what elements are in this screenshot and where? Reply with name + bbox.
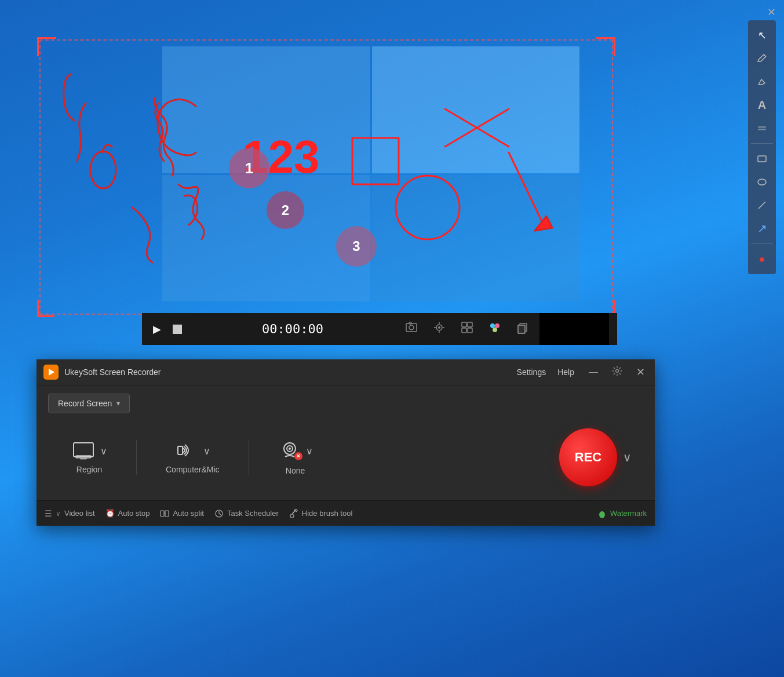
svg-point-14 bbox=[409, 325, 414, 330]
record-indicator-button[interactable]: ● bbox=[752, 249, 772, 270]
task-scheduler-label: Task Scheduler bbox=[227, 509, 279, 518]
title-controls: — ✕ bbox=[586, 365, 648, 380]
rec-button[interactable]: REC bbox=[559, 428, 617, 486]
hide-brush-icon bbox=[289, 509, 298, 518]
svg-rect-0 bbox=[758, 126, 766, 128]
bottom-bar: ☰ ∨ Video list ⏰ Auto stop Auto split Ta… bbox=[37, 500, 655, 526]
divider-2 bbox=[249, 440, 249, 475]
stop-button[interactable] bbox=[170, 322, 185, 337]
region-icon bbox=[71, 441, 96, 461]
record-type-arrow: ▾ bbox=[116, 399, 120, 407]
help-menu-item[interactable]: Help bbox=[557, 367, 574, 377]
stop-icon bbox=[173, 325, 182, 334]
watermark-icon bbox=[597, 509, 607, 518]
region-control[interactable]: ∨ Region bbox=[48, 435, 130, 480]
toolbar-separator-2 bbox=[751, 243, 773, 244]
annotation-toolbar: ↖ A ↗ ● bbox=[748, 20, 776, 274]
svg-rect-23 bbox=[468, 322, 472, 327]
webcam-label: None bbox=[286, 466, 305, 475]
arrow-tool-button[interactable]: ↗ bbox=[752, 218, 772, 239]
video-list-item[interactable]: ☰ ∨ Video list bbox=[45, 509, 95, 518]
text-tool-button[interactable]: A bbox=[752, 94, 772, 115]
svg-rect-37 bbox=[178, 446, 183, 454]
audio-label: Computer&Mic bbox=[166, 465, 220, 474]
task-scheduler-item[interactable]: Task Scheduler bbox=[214, 509, 279, 518]
svg-point-3 bbox=[758, 179, 766, 185]
svg-point-33 bbox=[616, 370, 619, 373]
play-button[interactable]: ▶ bbox=[150, 320, 164, 338]
svg-point-27 bbox=[495, 323, 499, 328]
audio-icon bbox=[174, 441, 199, 461]
audio-control[interactable]: ∨ Computer&Mic bbox=[143, 435, 243, 480]
rectangle-tool-button[interactable] bbox=[752, 148, 772, 169]
copy-button[interactable] bbox=[512, 318, 534, 340]
hide-brush-item[interactable]: Hide brush tool bbox=[289, 509, 352, 518]
svg-rect-25 bbox=[468, 328, 472, 333]
record-type-selector[interactable]: Record Screen ▾ bbox=[48, 394, 130, 413]
svg-point-26 bbox=[490, 323, 495, 328]
svg-rect-36 bbox=[80, 458, 87, 460]
watermark-item[interactable]: Watermark bbox=[597, 509, 647, 518]
app-window: UkeySoft Screen Recorder Settings Help —… bbox=[37, 359, 655, 526]
auto-split-label: Auto split bbox=[173, 509, 203, 518]
controls-row: ∨ Region ∨ Computer&Mic bbox=[48, 423, 643, 492]
marker-tool-button[interactable] bbox=[752, 118, 772, 139]
numbered-circle-2: 2 bbox=[267, 191, 304, 229]
line-tool-button[interactable] bbox=[752, 195, 772, 216]
webcam-icon-container: ✕ bbox=[278, 439, 301, 463]
title-bar: UkeySoft Screen Recorder Settings Help —… bbox=[37, 359, 655, 385]
svg-rect-13 bbox=[406, 323, 417, 332]
settings-icon-button[interactable] bbox=[609, 365, 625, 380]
playback-toolbar: ▶ 00:00:00 bbox=[142, 313, 617, 345]
region-record-button[interactable] bbox=[428, 318, 450, 340]
app-title: UkeySoft Screen Recorder bbox=[64, 367, 517, 377]
recording-region bbox=[39, 39, 613, 315]
title-menu: Settings Help bbox=[517, 367, 574, 377]
webcam-disabled-badge: ✕ bbox=[294, 452, 302, 460]
watermark-label: Watermark bbox=[610, 509, 647, 518]
video-list-label: Video list bbox=[64, 509, 95, 518]
svg-point-40 bbox=[289, 447, 291, 450]
timer-display: 00:00:00 bbox=[202, 322, 383, 336]
region-label: Region bbox=[76, 465, 102, 474]
auto-stop-label: Auto stop bbox=[118, 509, 150, 518]
region-dropdown-arrow: ∨ bbox=[100, 446, 107, 457]
color-button[interactable] bbox=[484, 318, 506, 340]
app-icon bbox=[43, 365, 59, 380]
task-scheduler-icon bbox=[214, 509, 224, 518]
rec-section: REC ∨ bbox=[559, 428, 643, 486]
auto-split-item[interactable]: Auto split bbox=[160, 509, 203, 518]
record-type-label: Record Screen bbox=[58, 399, 112, 408]
svg-line-46 bbox=[219, 514, 221, 515]
svg-rect-2 bbox=[758, 156, 766, 162]
ellipse-tool-button[interactable] bbox=[752, 172, 772, 192]
svg-rect-42 bbox=[165, 511, 169, 516]
svg-rect-34 bbox=[74, 443, 93, 457]
svg-line-4 bbox=[759, 202, 765, 209]
numbered-circle-1: 1 bbox=[229, 148, 269, 188]
close-button[interactable]: ✕ bbox=[633, 365, 648, 380]
region-corner-bl bbox=[37, 300, 54, 317]
layout-button[interactable] bbox=[456, 318, 478, 340]
minimize-button[interactable]: — bbox=[586, 366, 601, 378]
cursor-tool-button[interactable]: ↖ bbox=[752, 25, 772, 46]
rec-dropdown-button[interactable]: ∨ bbox=[623, 450, 632, 464]
screen-close-button[interactable]: ✕ bbox=[767, 6, 776, 19]
settings-menu-item[interactable]: Settings bbox=[517, 367, 546, 377]
svg-rect-30 bbox=[518, 325, 525, 333]
auto-split-icon bbox=[160, 509, 169, 518]
svg-point-47 bbox=[290, 514, 294, 518]
webcam-control[interactable]: ✕ ∨ None bbox=[255, 434, 336, 481]
eraser-tool-button[interactable] bbox=[752, 71, 772, 92]
svg-point-28 bbox=[493, 327, 497, 332]
audio-dropdown-arrow: ∨ bbox=[203, 446, 210, 457]
numbered-circle-3: 3 bbox=[336, 226, 377, 267]
svg-rect-41 bbox=[161, 511, 164, 516]
svg-rect-1 bbox=[758, 129, 766, 130]
svg-marker-32 bbox=[49, 369, 54, 376]
pen-tool-button[interactable] bbox=[752, 48, 772, 69]
record-type-row: Record Screen ▾ bbox=[48, 394, 643, 413]
video-list-arrow: ∨ bbox=[56, 509, 61, 518]
screenshot-button[interactable] bbox=[400, 318, 422, 340]
auto-stop-item[interactable]: ⏰ Auto stop bbox=[105, 509, 150, 518]
